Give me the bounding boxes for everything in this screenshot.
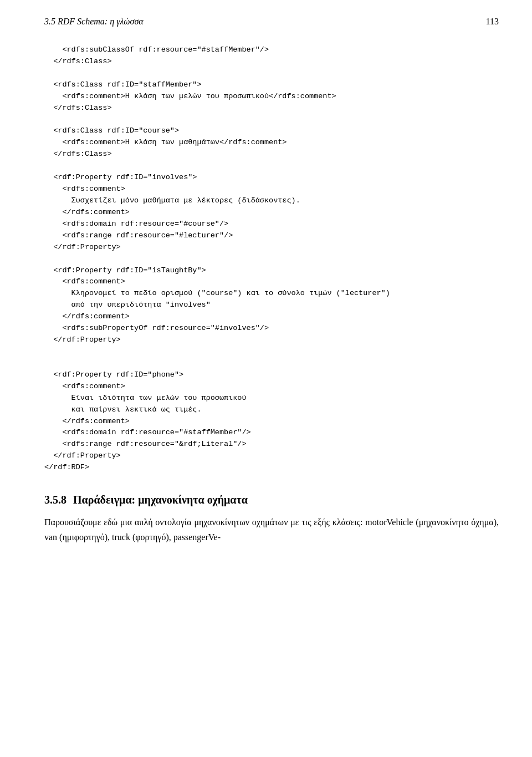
code-line: <rdfs:Class rdf:ID="course"> — [53, 126, 179, 135]
code-line: <rdfs:subClassOf rdf:resource="#staffMem… — [62, 45, 269, 54]
code-line: <rdf:Property rdf:ID="phone"> — [53, 370, 183, 379]
code-line: <rdfs:comment> — [62, 382, 125, 390]
code-line: <rdfs:comment>Η κλάση των μαθημάτων</rdf… — [62, 138, 287, 146]
code-line: και παίρνει λεκτικά ως τιμές. — [71, 405, 202, 414]
code-line: <rdfs:comment> — [62, 185, 125, 193]
code-line: </rdf:Property> — [53, 336, 121, 344]
code-line: </rdfs:comment> — [62, 417, 130, 425]
section-title: Παράδειγμα: μηχανοκίνητα οχήματα — [73, 494, 248, 506]
code-line: </rdfs:comment> — [62, 312, 130, 321]
page-container: 3.5 RDF Schema: η γλώσσα 113 <rdfs:subCl… — [0, 0, 532, 567]
code-line: <rdf:Property rdf:ID="isTaughtBy"> — [53, 266, 206, 275]
code-line: <rdfs:subPropertyOf rdf:resource="#invol… — [62, 324, 269, 332]
code-line: Κληρονομεί το πεδίο ορισμού ("course") κ… — [71, 289, 390, 297]
code-line: από την υπεριδιότητα "involves" — [71, 301, 211, 309]
header-section-title: 3.5 RDF Schema: η γλώσσα — [44, 17, 144, 27]
code-line: <rdfs:domain rdf:resource="#staffMember"… — [62, 428, 250, 436]
page-header: 3.5 RDF Schema: η γλώσσα 113 — [44, 17, 499, 27]
code-line: Συσχετίζει μόνο μαθήματα με λέκτορες (δι… — [71, 196, 300, 205]
code-line: </rdfs:comment> — [62, 208, 130, 216]
code-line: Είναι ιδιότητα των μελών του προσωπικού — [71, 394, 247, 402]
code-line: <rdfs:Class rdf:ID="staffMember"> — [53, 80, 201, 89]
code-line: <rdfs:range rdf:resource="#lecturer"/> — [62, 231, 233, 240]
code-line: </rdfs:Class> — [53, 57, 111, 65]
code-line: <rdfs:range rdf:resource="&rdf;Literal"/… — [62, 440, 246, 448]
code-block-main: <rdfs:subClassOf rdf:resource="#staffMem… — [44, 44, 499, 474]
code-line: </rdfs:Class> — [53, 150, 111, 158]
code-line: </rdfs:Class> — [53, 104, 111, 112]
code-line: </rdf:RDF> — [44, 463, 89, 471]
code-line: <rdf:Property rdf:ID="involves"> — [53, 173, 197, 181]
code-line: <rdfs:comment> — [62, 277, 125, 286]
code-line: <rdfs:comment>Η κλάση των μελών του προσ… — [62, 92, 336, 100]
code-line: </rdf:Property> — [53, 243, 121, 251]
section-heading-358: 3.5.8Παράδειγμα: μηχανοκίνητα οχήματα — [44, 494, 499, 506]
section-number: 3.5.8 — [44, 494, 66, 506]
page-number: 113 — [486, 17, 499, 27]
code-line: </rdf:Property> — [53, 451, 121, 460]
body-paragraph: Παρουσιάζουμε εδώ μια απλή οντολογία μηχ… — [44, 515, 499, 545]
code-line: <rdfs:domain rdf:resource="#course"/> — [62, 220, 228, 228]
